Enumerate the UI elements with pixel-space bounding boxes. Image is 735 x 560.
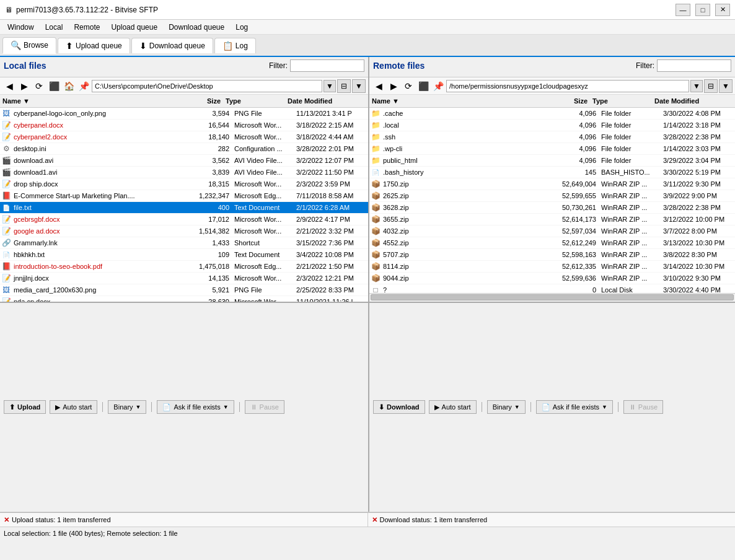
- remote-file-row[interactable]: 📦 1750.zip 52,649,004 WinRAR ZIP ... 3/1…: [369, 178, 735, 190]
- local-file-row[interactable]: 📕 introduction-to-seo-ebook.pdf 1,475,01…: [0, 261, 368, 273]
- remote-options-button[interactable]: ▼: [719, 79, 733, 93]
- menu-remote[interactable]: Remote: [69, 22, 105, 33]
- local-path-input[interactable]: [92, 80, 322, 92]
- close-button[interactable]: ✕: [715, 4, 730, 16]
- remote-stop-button[interactable]: ⬛: [416, 79, 430, 93]
- local-refresh-button[interactable]: ⟳: [32, 79, 46, 93]
- file-date: 2/21/2022 1:50 PM: [294, 261, 368, 271]
- remote-col-size[interactable]: Size: [540, 96, 590, 106]
- remote-file-row[interactable]: 📁 .ssh 4,096 File folder 3/28/2022 2:38 …: [369, 131, 735, 143]
- file-icon: 📝: [1, 214, 11, 224]
- local-file-row[interactable]: 📝 google ad.docx 1,514,382 Microsoft Wor…: [0, 225, 368, 237]
- local-file-row[interactable]: 📝 gcebrsgbf.docx 17,012 Microsoft Wor...…: [0, 214, 368, 225]
- local-path-dropdown[interactable]: ▼: [323, 80, 336, 92]
- tab-browse[interactable]: 🔍 Browse: [2, 37, 56, 54]
- local-col-type[interactable]: Type: [223, 96, 285, 106]
- ask-button-local[interactable]: 📄 Ask if file exists ▼: [157, 400, 234, 414]
- local-file-row[interactable]: 🎬 download1.avi 3,839 AVI Video File... …: [0, 167, 368, 178]
- local-panel-header: Local files Filter:: [0, 57, 368, 77]
- remote-hscroll-thumb[interactable]: [371, 294, 734, 300]
- file-icon: 📦: [371, 214, 381, 224]
- local-file-row[interactable]: ⚙ desktop.ini 282 Configuration ... 3/28…: [0, 143, 368, 155]
- menu-window[interactable]: Window: [2, 22, 39, 33]
- upload-status-close[interactable]: ✕: [4, 516, 9, 524]
- download-status-close[interactable]: ✕: [372, 516, 377, 524]
- ask-button-remote[interactable]: 📄 Ask if file exists ▼: [536, 400, 613, 414]
- remote-col-type[interactable]: Type: [590, 96, 652, 106]
- local-bookmark-button[interactable]: 📌: [77, 79, 90, 93]
- menu-local[interactable]: Local: [40, 22, 68, 33]
- remote-forward-button[interactable]: ▶: [387, 79, 400, 93]
- local-file-row[interactable]: 📝 cyberpanel2.docx 18,140 Microsoft Wor.…: [0, 131, 368, 143]
- remote-file-row[interactable]: 📁 .wp-cli 4,096 File folder 1/14/2022 3:…: [369, 143, 735, 155]
- local-file-row[interactable]: 🖼 media_card_1200x630.png 5,921 PNG File…: [0, 284, 368, 296]
- file-name: 5707.zip: [383, 251, 409, 258]
- local-file-row[interactable]: 🖼 cyberpanel-logo-icon_only.png 3,594 PN…: [0, 108, 368, 120]
- remote-refresh-button[interactable]: ⟳: [402, 79, 415, 93]
- app-title: permi7013@3.65.73.112:22 - Bitvise SFTP: [16, 6, 158, 14]
- autostart-button-local[interactable]: ▶ Auto start: [50, 400, 97, 414]
- local-filter-input[interactable]: [290, 59, 364, 72]
- tab-log[interactable]: 📋 Log: [214, 38, 256, 53]
- remote-file-row[interactable]: 📁 public_html 4,096 File folder 3/29/202…: [369, 155, 735, 167]
- remote-file-row[interactable]: 📁 .cache 4,096 File folder 3/30/2022 4:0…: [369, 108, 735, 120]
- remote-col-date[interactable]: Date Modified: [652, 96, 726, 106]
- local-back-button[interactable]: ◀: [2, 79, 16, 93]
- remote-filter-input[interactable]: [657, 59, 731, 72]
- remote-file-row[interactable]: □ ? 0 Local Disk 3/30/2022 4:40 PM: [369, 284, 735, 293]
- local-list-header: Name ▼ Size Type Date Modified: [0, 95, 368, 108]
- local-home-button[interactable]: 🏠: [62, 79, 76, 93]
- remote-file-row[interactable]: 📦 3628.zip 50,730,261 WinRAR ZIP ... 3/2…: [369, 202, 735, 214]
- download-button[interactable]: ⬇ Download: [373, 400, 425, 414]
- remote-file-row[interactable]: 📄 .bash_history 145 BASH_HISTO... 3/30/2…: [369, 167, 735, 178]
- menu-log[interactable]: Log: [231, 22, 253, 33]
- local-col-date[interactable]: Date Modified: [285, 96, 359, 106]
- local-file-row[interactable]: 📄 hbkhkh.txt 109 Text Document 3/4/2022 …: [0, 249, 368, 261]
- remote-col-name[interactable]: Name ▼: [369, 96, 540, 106]
- remote-bookmark-button[interactable]: 📌: [431, 79, 445, 93]
- menu-upload-queue[interactable]: Upload queue: [106, 22, 162, 33]
- remote-hscroll[interactable]: [369, 293, 735, 302]
- local-col-size[interactable]: Size: [180, 96, 223, 106]
- tab-browse-label: Browse: [24, 41, 48, 50]
- local-options-button[interactable]: ▼: [352, 79, 366, 93]
- local-forward-button[interactable]: ▶: [17, 79, 31, 93]
- local-col-name[interactable]: Name ▼: [0, 96, 180, 106]
- tab-upload-queue[interactable]: ⬆ Upload queue: [58, 38, 130, 53]
- local-file-row[interactable]: 🔗 Grammarly.lnk 1,433 Shortcut 3/15/2022…: [0, 237, 368, 249]
- remote-path-dropdown[interactable]: ▼: [690, 80, 703, 92]
- remote-file-row[interactable]: 📦 8114.zip 52,612,335 WinRAR ZIP ... 3/1…: [369, 261, 735, 273]
- local-file-row[interactable]: 📝 nda cp.docx 28,630 Microsoft Wor... 11…: [0, 296, 368, 302]
- remote-file-row[interactable]: 📦 2625.zip 52,599,655 WinRAR ZIP ... 3/9…: [369, 190, 735, 202]
- remote-file-row[interactable]: 📦 4032.zip 52,597,034 WinRAR ZIP ... 3/7…: [369, 225, 735, 237]
- remote-back-button[interactable]: ◀: [372, 79, 385, 93]
- local-stop-button[interactable]: ⬛: [47, 79, 61, 93]
- file-type: WinRAR ZIP ...: [599, 214, 661, 224]
- file-name: ?: [383, 286, 387, 293]
- remote-file-row[interactable]: 📁 .local 4,096 File folder 1/14/2022 3:1…: [369, 120, 735, 131]
- local-view-button[interactable]: ⊟: [337, 79, 351, 93]
- autostart-button-remote[interactable]: ▶ Auto start: [429, 400, 477, 414]
- maximize-button[interactable]: □: [695, 4, 710, 16]
- menu-download-queue[interactable]: Download queue: [164, 22, 229, 33]
- local-file-row[interactable]: 📝 jnnjjlnj.docx 14,135 Microsoft Wor... …: [0, 273, 368, 284]
- local-file-row[interactable]: 📝 drop ship.docx 18,315 Microsoft Wor...…: [0, 178, 368, 190]
- binary-button-remote[interactable]: Binary ▼: [487, 400, 526, 414]
- remote-file-row[interactable]: 📦 3655.zip 52,614,173 WinRAR ZIP ... 3/1…: [369, 214, 735, 225]
- file-name-cell: 📦 5707.zip: [369, 249, 549, 260]
- remote-file-row[interactable]: 📦 9044.zip 52,599,636 WinRAR ZIP ... 3/1…: [369, 273, 735, 284]
- remote-view-button[interactable]: ⊟: [704, 79, 718, 93]
- tab-download-queue[interactable]: ⬇ Download queue: [131, 38, 213, 53]
- binary-button-local[interactable]: Binary ▼: [108, 400, 146, 414]
- local-file-row[interactable]: 📕 E-Commerce Start-up Marketing Plan....…: [0, 190, 368, 202]
- upload-button[interactable]: ⬆ Upload: [4, 400, 46, 414]
- local-file-row[interactable]: 📝 cyberpanel.docx 16,544 Microsoft Wor..…: [0, 120, 368, 131]
- file-name: file.txt: [14, 204, 32, 211]
- local-file-row[interactable]: 📄 file.txt 400 Text Document 2/1/2022 6:…: [0, 202, 368, 214]
- remote-file-row[interactable]: 📦 5707.zip 52,598,163 WinRAR ZIP ... 3/8…: [369, 249, 735, 261]
- file-name: hbkhkh.txt: [14, 251, 45, 258]
- remote-path-input[interactable]: [446, 80, 689, 92]
- minimize-button[interactable]: —: [676, 4, 690, 16]
- remote-file-row[interactable]: 📦 4552.zip 52,612,249 WinRAR ZIP ... 3/1…: [369, 237, 735, 249]
- local-file-row[interactable]: 🎬 download.avi 3,562 AVI Video File... 3…: [0, 155, 368, 167]
